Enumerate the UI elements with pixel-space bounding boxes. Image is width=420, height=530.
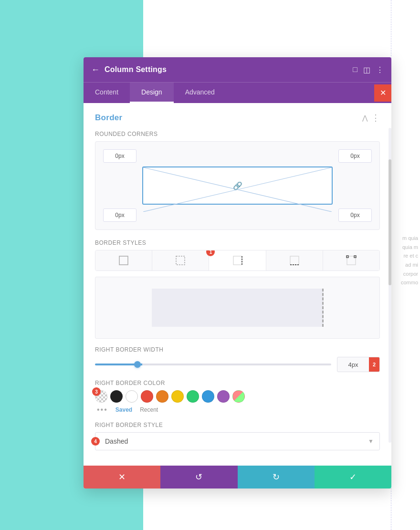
rounded-corners-label: Rounded Corners [95,131,380,137]
corner-top-left[interactable] [103,149,136,163]
modal-title: Column Settings [105,65,167,74]
border-corners-icon [346,255,357,266]
slider-thumb[interactable] [134,361,141,368]
border-right-dashed-icon [232,255,243,266]
border-styles-label: Border Styles [95,239,380,246]
slider-row: 4px 2 [95,357,380,372]
redo-button[interactable]: ↻ [238,466,315,488]
color-swatch-striped[interactable] [232,390,245,403]
close-button[interactable]: ✕ [374,84,391,102]
right-border-color-label: Right Border Color [95,380,380,386]
back-icon[interactable]: ← [91,65,100,75]
color-swatch-blue[interactable] [202,390,214,403]
modal-footer: ✕ ↺ ↻ ✓ [84,466,391,488]
dropdown-arrow-icon: ▼ [368,438,374,445]
columns-icon[interactable]: ◫ [363,65,370,74]
border-style-dropdown[interactable]: Dashed ▼ [95,432,380,450]
modal-panel: ← Column Settings □ ◫ ⋮ Content Design A… [84,57,391,488]
modal-header: ← Column Settings □ ◫ ⋮ [84,57,391,82]
svg-rect-6 [290,256,299,265]
color-swatch-yellow[interactable] [171,390,184,403]
border-all-dashed-icon [175,255,186,266]
right-border-width-field: Right Border Width 4px 2 [95,346,380,372]
save-button[interactable]: ✓ [315,466,391,488]
color-swatch-red[interactable] [141,390,153,403]
more-colors-icon[interactable]: ••• [97,405,108,414]
bg-text-lines: m quia quia m re et c ad mi corpor commo [389,234,420,287]
color-tab-recent[interactable]: Recent [140,406,158,413]
color-swatch-green[interactable] [187,390,199,403]
border-bottom-dashed-icon [289,255,300,266]
color-tab-saved[interactable]: Saved [116,406,132,413]
border-style-none[interactable] [95,250,152,270]
slider-track[interactable] [95,364,331,365]
corner-bottom-right[interactable] [338,208,372,222]
color-bottom-row: ••• Saved Recent [95,405,380,414]
section-header: Border ⋀ ⋮ [95,113,380,123]
border-preview-inner [152,289,324,327]
header-left: ← Column Settings [91,65,167,75]
corner-container: 🔗 [95,141,380,230]
border-styles-section: Border Styles 1 [95,239,380,339]
fullscreen-icon[interactable]: □ [353,65,357,74]
section-title: Border [95,113,123,123]
color-swatches: 3 [95,390,380,403]
section-menu-button[interactable]: ⋮ [371,113,380,123]
svg-rect-3 [176,256,185,265]
border-style-bottom-dashed[interactable] [266,250,323,270]
color-swatch-black[interactable] [110,390,123,403]
dropdown-badge-4: 4 [91,437,100,446]
modal-body: Border ⋀ ⋮ Rounded Corners [84,103,391,466]
slider-badge: 2 [369,357,379,372]
color-swatch-white[interactable] [126,390,138,403]
svg-rect-4 [233,256,242,265]
tab-design[interactable]: Design [130,83,174,103]
section-controls: ⋀ ⋮ [362,113,380,123]
svg-rect-2 [119,256,128,265]
reset-button[interactable]: ↺ [160,466,237,488]
scrollbar-track [388,128,391,443]
right-border-color-field: Right Border Color 3 [95,380,380,414]
svg-rect-9 [346,256,348,258]
modal-tabs: Content Design Advanced ✕ [84,82,391,103]
slider-value[interactable]: 4px [337,358,369,371]
corner-bottom-left[interactable] [103,208,136,222]
border-style-badge: 1 [206,250,215,256]
slider-value-box: 4px 2 [337,357,380,372]
border-none-icon [118,255,129,266]
dropdown-value: Dashed [105,437,128,445]
border-style-all-dashed[interactable] [152,250,209,270]
tab-advanced[interactable]: Advanced [174,83,226,103]
header-icons: □ ◫ ⋮ [353,65,384,74]
scrollbar-thumb[interactable] [388,159,391,285]
border-preview [95,277,380,339]
corner-preview: 🔗 [142,166,333,205]
right-border-width-label: Right Border Width [95,346,380,353]
border-style-corners[interactable] [323,250,379,270]
color-badge-3: 3 [92,387,101,396]
more-options-icon[interactable]: ⋮ [376,65,384,74]
corner-top-right[interactable] [338,149,372,163]
link-icon[interactable]: 🔗 [233,181,242,190]
dropdown-row: 4 Dashed ▼ [95,432,380,450]
right-border-style-field: Right Border Style 4 Dashed ▼ [95,422,380,450]
cancel-button[interactable]: ✕ [84,466,160,488]
color-badge-wrap: 3 [95,390,107,403]
tab-content[interactable]: Content [84,83,130,103]
color-picker-row: 3 ••• Saved Recent [95,390,380,414]
rounded-corners-field: Rounded Corners 🔗 [95,131,380,230]
color-swatch-purple[interactable] [217,390,230,403]
color-swatch-orange[interactable] [156,390,168,403]
border-style-right-dashed[interactable]: 1 [209,250,266,270]
right-border-style-label: Right Border Style [95,422,380,428]
collapse-button[interactable]: ⋀ [362,114,368,122]
svg-rect-10 [354,256,356,258]
border-style-tabs: 1 [95,250,380,271]
